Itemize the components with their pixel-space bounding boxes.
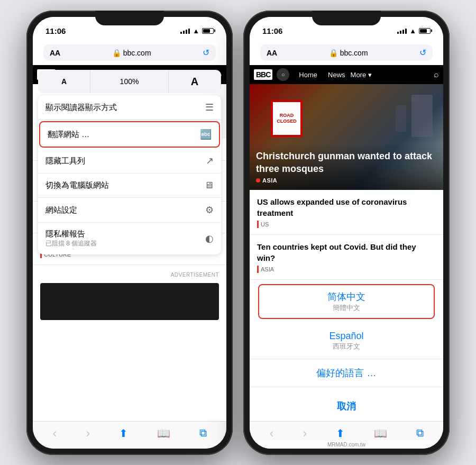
menu-item-hide-toolbar[interactable]: 隱藏工具列 ↗ [38,149,221,174]
news-item-right-1[interactable]: Ten countries kept out Covid. But did th… [250,235,443,280]
right-phone: 11:06 ▲ AA 🔒 bbc.com [243,11,450,455]
bookmarks-button-right[interactable]: 📖 [370,425,391,442]
forward-button-left[interactable]: › [81,424,94,443]
reload-button-right[interactable]: ↺ [419,48,426,58]
settings-icon: ⚙ [205,204,214,216]
news-category-right-0: US [257,221,436,228]
bookmarks-button-left[interactable]: 📖 [153,425,175,442]
hero-image-right[interactable]: ROAD CLOSED Christchurch gunman wanted t… [250,84,443,190]
bbc-nav-home[interactable]: Home [294,69,323,81]
menu-item-site-settings[interactable]: 網站設定 ⚙ [38,198,221,223]
lang-cancel-button[interactable]: 取消 [254,391,439,421]
notch [95,11,164,25]
lang-option-spanish[interactable]: Español 西班牙文 [250,323,443,359]
font-size-bar: A 100% A [38,70,221,93]
status-time-right: 11:06 [262,26,282,35]
bottom-toolbar-left: ‹ › ⬆ 📖 ⧉ [33,421,226,449]
tabs-button-left[interactable]: ⧉ [195,425,211,441]
back-button-left[interactable]: ‹ [48,424,61,443]
menu-item-privacy[interactable]: 隱私權報告 已阻擋 8 個追蹤器 ◐ [38,223,221,254]
lang-option-simplified-chinese[interactable]: 简体中文 簡體中文 [258,284,435,319]
share-button-right[interactable]: ⬆ [332,425,349,442]
menu-item-desktop[interactable]: 切換為電腦版網站 🖥 [38,174,221,198]
search-icon-right[interactable]: ⌕ [434,70,439,79]
left-phone-screen: 11:06 ▲ AA 🔒 bbc.com [33,17,226,449]
hide-toolbar-icon: ↗ [206,155,214,167]
lock-icon-left: 🔒 [112,49,121,57]
ad-label-left: ADVERTISEMENT [33,265,226,283]
language-picker: 简体中文 簡體中文 Español 西班牙文 偏好的語言 … [250,280,443,387]
bbc-nav-links-right: Home News More ▾ [294,69,429,81]
category-dot-right [256,178,260,183]
font-percent-display: 100% [90,70,169,93]
url-display-right: 🔒 bbc.com [329,49,368,57]
reader-icon: ☰ [205,102,214,113]
hero-category-right: ASIA [256,177,437,184]
bbc-logo-right: BBC [254,69,272,80]
ad-image-left [40,283,219,320]
language-picker-overlay: 简体中文 簡體中文 Español 西班牙文 偏好的語言 … 取消 [250,280,443,421]
share-button-left[interactable]: ⬆ [115,425,132,442]
back-button-right[interactable]: ‹ [265,424,278,443]
notch-right [312,11,381,25]
news-category-right-1: ASIA [257,266,436,273]
menu-item-translate[interactable]: 翻譯網站 … 🔤 [39,121,220,148]
watermark: MRMAD.com.tw [250,441,443,449]
font-increase-btn[interactable]: A [169,70,221,93]
menu-list-left: 顯示閱讀器顯示方式 ☰ 翻譯網站 … 🔤 隱藏工具列 ↗ 切換為電腦版網站 🖥 [38,95,221,254]
desktop-icon: 🖥 [204,180,214,191]
address-bar-left[interactable]: AA 🔒 bbc.com ↺ [43,44,216,61]
battery-icon-right [419,28,431,34]
left-phone: 11:06 ▲ AA 🔒 bbc.com [26,11,233,455]
lock-icon-right: 🔒 [329,49,338,57]
battery-fill-right [420,29,427,33]
url-display-left: 🔒 bbc.com [112,49,151,57]
bbc-nav-more-right[interactable]: More ▾ [351,71,372,79]
battery-icon-left [202,28,214,34]
building-decoration [411,95,433,137]
address-bar-right[interactable]: AA 🔒 bbc.com ↺ [260,44,433,61]
hero-headline-right: Christchurch gunman wanted to attack thr… [256,150,437,175]
status-icons-left: ▲ [180,27,214,35]
status-time-left: 11:06 [45,26,66,35]
bbc-nav-profile-icon[interactable]: ○ [277,68,289,81]
status-icons-right: ▲ [397,27,431,35]
wifi-icon-right: ▲ [409,27,416,35]
menu-overlay-left: A 100% A 顯示閱讀器顯示方式 ☰ 翻譯網站 … [33,70,226,257]
aa-button-right[interactable]: AA [267,49,277,57]
privacy-icon: ◐ [205,233,214,244]
tabs-button-right[interactable]: ⧉ [412,425,428,441]
wifi-icon-left: ▲ [193,27,199,35]
bbc-nav-right: BBC ○ Home News More ▾ ⌕ [250,65,443,84]
aa-button-left[interactable]: AA [50,49,60,57]
news-item-right-0[interactable]: US allows expanded use of coronavirus tr… [250,190,443,235]
road-closed-sign: ROAD CLOSED [271,100,303,137]
right-phone-screen: 11:06 ▲ AA 🔒 bbc.com [250,17,443,449]
font-decrease-btn[interactable]: A [38,70,90,93]
menu-item-reader[interactable]: 顯示閱讀器顯示方式 ☰ [38,95,221,120]
hero-category-label-right: ASIA [262,177,277,184]
battery-fill-left [203,29,210,33]
signal-icon-right [397,28,407,34]
translate-icon: 🔤 [200,129,212,140]
reload-button-left[interactable]: ↺ [203,48,209,58]
forward-button-right[interactable]: › [298,424,311,443]
lang-preference-link[interactable]: 偏好的語言 … [250,359,443,387]
bbc-nav-news[interactable]: News [323,69,351,81]
person-silhouette [396,105,406,132]
signal-icon-left [180,28,190,34]
hero-text-right: Christchurch gunman wanted to attack thr… [250,144,443,190]
